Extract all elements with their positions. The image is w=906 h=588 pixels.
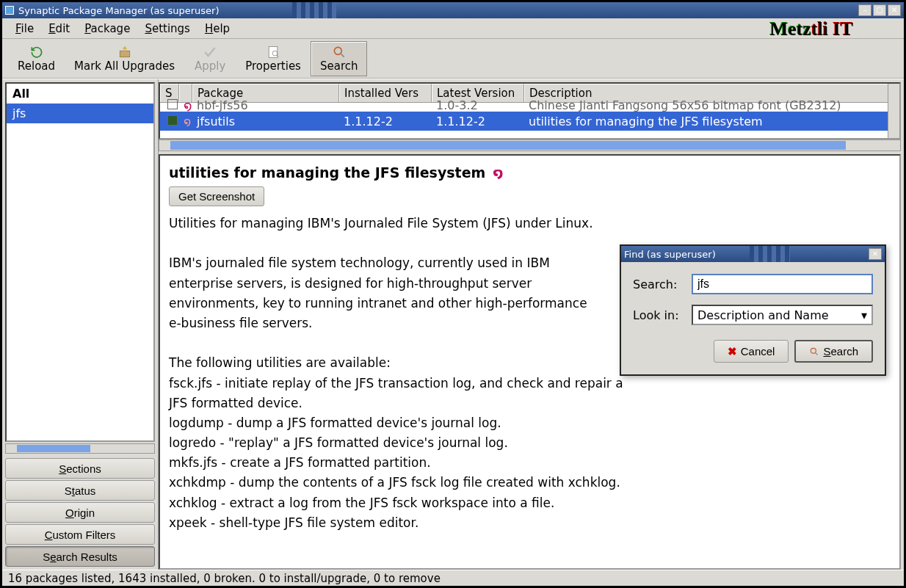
- menu-help[interactable]: Help: [199, 21, 236, 37]
- search-button[interactable]: Search: [311, 41, 368, 76]
- svg-line-7: [816, 352, 818, 355]
- titlebar-decoration: [750, 246, 790, 262]
- search-results-button[interactable]: Search Results: [5, 546, 155, 567]
- find-close-button[interactable]: ✕: [869, 248, 882, 260]
- menu-settings[interactable]: Settings: [139, 21, 196, 37]
- properties-button[interactable]: Properties: [236, 41, 311, 76]
- search-icon: [809, 346, 819, 357]
- debian-icon: ໑: [179, 98, 192, 112]
- maximize-button[interactable]: ▢: [873, 4, 886, 16]
- debian-icon: ໑: [493, 165, 503, 181]
- svg-point-4: [334, 47, 341, 54]
- search-icon: [332, 45, 347, 59]
- get-screenshot-button[interactable]: Get Screenshot: [169, 186, 264, 206]
- find-search-button[interactable]: Search: [794, 340, 873, 363]
- search-label: Search:: [633, 277, 684, 291]
- toolbar: Reload Mark All Upgrades Apply Propertie…: [2, 39, 904, 79]
- apply-button: Apply: [184, 41, 236, 76]
- find-dialog: Find (as superuser) ✕ Search: Look in: D…: [620, 244, 886, 376]
- sections-button[interactable]: Sections: [5, 458, 155, 479]
- table-row[interactable]: ໑ hbf-jfs56 1.0-3.2 Chinese Jianti Fangs…: [160, 98, 899, 112]
- sidebar: All jfs Sections Status Origin Custom Fi…: [2, 79, 159, 570]
- detail-title: utilities for managing the JFS filesyste…: [169, 164, 485, 181]
- cancel-icon: ✖: [728, 345, 737, 358]
- table-hscrollbar[interactable]: [159, 139, 901, 151]
- custom-filters-button[interactable]: Custom Filters: [5, 524, 155, 545]
- sidebar-hscrollbar[interactable]: [5, 443, 155, 454]
- close-button[interactable]: ✕: [888, 4, 901, 16]
- mark-all-upgrades-button[interactable]: Mark All Upgrades: [65, 41, 184, 76]
- branding-logo: Metztli IT: [769, 18, 852, 40]
- chevron-down-icon: ▾: [861, 308, 867, 322]
- titlebar-decoration: [292, 2, 336, 18]
- status-button[interactable]: Status: [5, 480, 155, 501]
- search-input[interactable]: [692, 274, 873, 294]
- apply-icon: [203, 45, 217, 59]
- lookin-label: Look in:: [633, 308, 684, 322]
- app-icon: [5, 6, 14, 15]
- properties-icon: [266, 45, 280, 59]
- svg-line-5: [341, 54, 344, 57]
- table-row[interactable]: ໑ jfsutils 1.1.12-2 1.1.12-2 utilities f…: [160, 112, 899, 131]
- find-title: Find (as superuser): [624, 249, 716, 260]
- window-titlebar[interactable]: Synaptic Package Manager (as superuser) …: [2, 2, 904, 18]
- find-cancel-button[interactable]: ✖ Cancel: [714, 340, 789, 363]
- menu-package[interactable]: Package: [79, 21, 136, 37]
- find-titlebar[interactable]: Find (as superuser) ✕: [621, 246, 885, 262]
- table-vscrollbar[interactable]: [888, 84, 899, 138]
- col-installed[interactable]: Installed Vers: [339, 84, 432, 102]
- upgrade-icon: [117, 45, 132, 59]
- menu-file[interactable]: File: [10, 21, 40, 37]
- reload-icon: [29, 45, 44, 59]
- menubar: File Edit Package Settings Help Metztli …: [2, 18, 904, 39]
- lookin-select[interactable]: Description and Name ▾: [692, 305, 873, 325]
- menu-edit[interactable]: Edit: [43, 21, 76, 37]
- sidebar-item-jfs[interactable]: jfs: [7, 104, 153, 123]
- debian-icon: ໑: [179, 113, 192, 130]
- minimize-button[interactable]: –: [858, 4, 871, 16]
- reload-button[interactable]: Reload: [8, 41, 65, 76]
- package-table[interactable]: S Package Installed Vers Latest Version …: [159, 82, 901, 139]
- window-title: Synaptic Package Manager (as superuser): [18, 5, 858, 16]
- origin-button[interactable]: Origin: [5, 502, 155, 523]
- svg-point-6: [811, 348, 816, 353]
- sidebar-item-all[interactable]: All: [7, 84, 153, 104]
- status-checkbox[interactable]: [167, 115, 178, 126]
- filter-list[interactable]: All jfs: [5, 82, 155, 442]
- statusbar: 16 packages listed, 1643 installed, 0 br…: [2, 570, 904, 586]
- status-checkbox[interactable]: [167, 99, 178, 109]
